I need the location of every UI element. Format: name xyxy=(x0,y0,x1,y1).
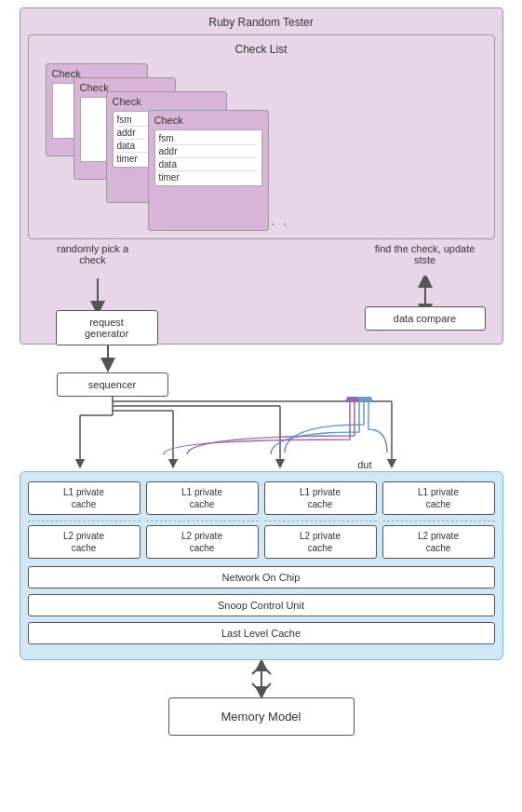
check-list-label: Check List xyxy=(36,43,487,56)
sequencer-row: sequencer xyxy=(20,372,503,397)
field-fsm-4: fsm xyxy=(159,132,258,145)
last-level-cache: Last Level Cache xyxy=(28,622,495,644)
main-layout: Ruby Random Tester Check List Check Chec… xyxy=(7,7,515,736)
check-card-4-label: Check xyxy=(154,115,262,126)
right-annotation: find the check, update stste xyxy=(365,243,486,265)
l2-cache-grid: L2 privatecache L2 privatecache L2 priva… xyxy=(28,525,495,559)
request-generator-box: requestgenerator xyxy=(56,310,158,345)
field-addr-4: addr xyxy=(159,145,258,158)
l1-cache-2: L1 privatecache xyxy=(264,481,377,515)
field-data-4: data xyxy=(159,158,258,171)
field-timer-4: timer xyxy=(159,171,258,183)
checks-stack: Check Check Check fsm addr da xyxy=(46,63,487,212)
mid-section: randomly pick a check requestgenerator f… xyxy=(28,243,495,336)
diagram-container: Ruby Random Tester Check List Check Chec… xyxy=(0,0,522,812)
check-card-4-fields: fsm addr data timer xyxy=(154,129,262,186)
l2-cache-2: L2 privatecache xyxy=(264,525,377,559)
complex-arrows xyxy=(20,397,503,471)
snoop-control-unit: Snoop Control Unit xyxy=(28,594,495,616)
llc-to-mem-arrow xyxy=(20,660,503,697)
req-to-seq-arrow xyxy=(20,345,503,372)
l1-cache-3: L1 privatecache xyxy=(382,481,495,515)
left-annotation: randomly pick a check xyxy=(47,243,140,265)
l1-cache-0: L1 privatecache xyxy=(28,481,141,515)
l1-cache-grid: L1 privatecache L1 privatecache L1 priva… xyxy=(28,481,495,515)
data-compare-box: data compare xyxy=(365,306,486,331)
dut-label: dut xyxy=(357,459,371,470)
l2-cache-0: L2 privatecache xyxy=(28,525,141,559)
l2-cache-3: L2 privatecache xyxy=(382,525,495,559)
l1-cache-1: L1 privatecache xyxy=(146,481,259,515)
dut-container: dut L1 privatecache L1 privatecache L1 p… xyxy=(20,471,503,660)
l1-l2-dividers xyxy=(28,521,495,521)
memory-model: Memory Model xyxy=(168,697,355,736)
check-card-3-label: Check xyxy=(113,96,221,107)
l2-cache-1: L2 privatecache xyxy=(146,525,259,559)
check-list: Check List Check Check Check xyxy=(28,34,495,239)
ruby-random-tester: Ruby Random Tester Check List Check Chec… xyxy=(20,7,503,345)
ruby-tester-title: Ruby Random Tester xyxy=(28,16,495,29)
sequencer-box: sequencer xyxy=(57,372,168,397)
network-on-chip: Network On Chip xyxy=(28,566,495,589)
check-card-4: Check fsm addr data timer xyxy=(148,110,269,231)
